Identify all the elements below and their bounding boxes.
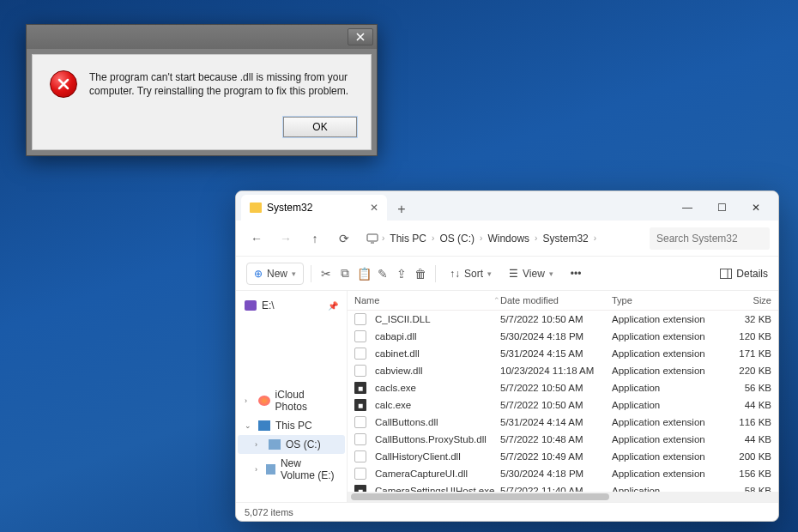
view-button[interactable]: ☰View ▾ <box>502 263 560 284</box>
explorer-window: System32 ✕ + — ☐ ✕ ← → ↑ ⟳ › This PC› OS… <box>235 190 779 522</box>
new-button[interactable]: ⊕New▾ <box>246 263 304 285</box>
file-size: 120 KB <box>723 331 771 342</box>
drive-icon <box>245 300 257 311</box>
cut-icon[interactable]: ✂ <box>318 267 334 281</box>
status-bar: 5,072 items <box>236 502 778 521</box>
file-name: cabinet.dll <box>375 348 420 359</box>
error-dialog: The program can't start because .dll is … <box>26 24 378 156</box>
file-row[interactable]: ■CameraSettingsUIHost.exe5/7/2022 11:40 … <box>348 482 778 492</box>
file-row[interactable]: ■cacls.exe5/7/2022 10:50 AMApplication56… <box>348 379 778 396</box>
file-type: Application extension <box>612 469 723 479</box>
refresh-button[interactable]: ⟳ <box>332 227 356 251</box>
file-date: 5/30/2024 4:18 PM <box>500 469 612 479</box>
new-tab-button[interactable]: + <box>390 198 413 221</box>
tab-close-button[interactable]: ✕ <box>370 202 378 214</box>
file-row[interactable]: cabinet.dll5/31/2024 4:15 AMApplication … <box>348 345 778 362</box>
file-row[interactable]: CallHistoryClient.dll5/7/2022 10:49 AMAp… <box>348 448 778 465</box>
file-icon <box>354 450 366 462</box>
rename-icon[interactable]: ✎ <box>375 267 390 281</box>
file-row[interactable]: C_ISCII.DLL5/7/2022 10:50 AMApplication … <box>348 311 778 328</box>
file-type: Application extension <box>612 417 723 427</box>
share-icon[interactable]: ⇪ <box>394 267 409 281</box>
file-row[interactable]: cabview.dll10/23/2024 11:18 AMApplicatio… <box>348 362 778 379</box>
crumb-system32[interactable]: System32 <box>541 231 589 246</box>
file-date: 5/7/2022 10:50 AM <box>500 314 612 324</box>
file-date: 5/7/2022 11:40 AM <box>500 486 612 492</box>
sidebar-item-new-volume[interactable]: › New Volume (E:) <box>238 454 345 485</box>
sidebar-item-os-c[interactable]: › OS (C:) <box>238 435 345 454</box>
file-icon <box>354 365 366 377</box>
breadcrumb[interactable]: › This PC› OS (C:)› Windows› System32› <box>361 231 644 246</box>
dialog-message: The program can't start because .dll is … <box>89 70 348 98</box>
minimize-button[interactable]: — <box>670 195 704 221</box>
folder-icon <box>250 203 262 213</box>
file-name: CallHistoryClient.dll <box>375 451 461 462</box>
sidebar-item-icloud[interactable]: › iCloud Photos <box>238 385 345 416</box>
paste-icon[interactable]: 📋 <box>356 267 372 281</box>
file-type: Application extension <box>612 314 723 324</box>
copy-icon[interactable]: ⧉ <box>337 266 353 281</box>
file-type: Application extension <box>612 331 723 342</box>
file-row[interactable]: ■calc.exe5/7/2022 10:50 AMApplication44 … <box>348 396 778 414</box>
file-size: 116 KB <box>723 417 771 427</box>
file-date: 10/23/2024 11:18 AM <box>500 366 612 376</box>
file-size: 32 KB <box>723 314 771 324</box>
search-input[interactable] <box>650 227 770 250</box>
file-row[interactable]: CallButtons.ProxyStub.dll5/7/2022 10:48 … <box>348 431 778 448</box>
sidebar: E:\ 📌 › iCloud Photos ⌄ This PC › OS (C:… <box>236 291 348 502</box>
crumb-os[interactable]: OS (C:) <box>438 231 476 246</box>
col-type[interactable]: Type <box>612 295 723 305</box>
file-date: 5/7/2022 10:48 AM <box>500 434 612 444</box>
col-date[interactable]: Date modified <box>500 295 612 305</box>
file-icon: ■ <box>354 399 366 411</box>
delete-icon[interactable]: 🗑 <box>413 267 428 281</box>
tab-strip: System32 ✕ + — ☐ ✕ <box>236 191 778 221</box>
monitor-icon <box>366 233 378 244</box>
close-button[interactable]: ✕ <box>739 195 773 221</box>
file-size: 44 KB <box>723 400 771 410</box>
file-date: 5/30/2024 4:18 PM <box>500 331 612 342</box>
svg-rect-0 <box>367 234 378 241</box>
file-name: cabview.dll <box>375 366 423 376</box>
file-icon: ■ <box>354 485 366 492</box>
file-name: cabapi.dll <box>375 331 417 342</box>
more-button[interactable]: ••• <box>564 263 589 284</box>
file-size: 156 KB <box>723 469 771 479</box>
file-date: 5/31/2024 4:15 AM <box>500 348 612 359</box>
crumb-thispc[interactable]: This PC <box>388 231 428 246</box>
column-headers[interactable]: Name⌃ Date modified Type Size <box>348 291 778 311</box>
file-name: C_ISCII.DLL <box>375 314 431 324</box>
forward-button[interactable]: → <box>274 227 298 251</box>
sidebar-item-thispc[interactable]: ⌄ This PC <box>238 416 345 435</box>
up-button[interactable]: ↑ <box>303 227 327 251</box>
nav-bar: ← → ↑ ⟳ › This PC› OS (C:)› Windows› Sys… <box>236 221 778 257</box>
file-type: Application extension <box>612 434 723 444</box>
crumb-windows[interactable]: Windows <box>486 231 531 246</box>
ok-button[interactable]: OK <box>283 117 357 137</box>
dialog-titlebar[interactable] <box>27 25 377 49</box>
horizontal-scrollbar[interactable] <box>348 492 778 502</box>
sidebar-pinned-drive[interactable]: E:\ 📌 <box>238 296 345 315</box>
file-name: CameraSettingsUIHost.exe <box>375 486 494 492</box>
file-list: Name⌃ Date modified Type Size C_ISCII.DL… <box>348 291 778 502</box>
file-type: Application extension <box>612 348 723 359</box>
col-name[interactable]: Name⌃ <box>354 295 500 305</box>
maximize-button[interactable]: ☐ <box>704 195 739 221</box>
tab-system32[interactable]: System32 ✕ <box>241 195 387 221</box>
file-row[interactable]: CallButtons.dll5/31/2024 4:14 AMApplicat… <box>348 414 778 431</box>
file-row[interactable]: CameraCaptureUI.dll5/30/2024 4:18 PMAppl… <box>348 465 778 482</box>
disk-icon <box>269 439 281 450</box>
sort-button[interactable]: ↑↓Sort ▾ <box>443 263 499 284</box>
file-date: 5/7/2022 10:50 AM <box>500 400 612 410</box>
file-row[interactable]: cabapi.dll5/30/2024 4:18 PMApplication e… <box>348 328 778 345</box>
back-button[interactable]: ← <box>245 227 269 251</box>
details-pane-button[interactable]: Details <box>720 268 768 280</box>
dialog-close-button[interactable] <box>348 28 373 45</box>
file-icon <box>354 416 366 428</box>
toolbar: ⊕New▾ ✂ ⧉ 📋 ✎ ⇪ 🗑 ↑↓Sort ▾ ☰View ▾ ••• D… <box>236 257 778 291</box>
file-icon: ■ <box>354 382 366 394</box>
col-size[interactable]: Size <box>723 295 771 305</box>
file-icon <box>354 468 366 480</box>
tab-title: System32 <box>267 202 312 214</box>
disk-icon <box>266 464 275 475</box>
